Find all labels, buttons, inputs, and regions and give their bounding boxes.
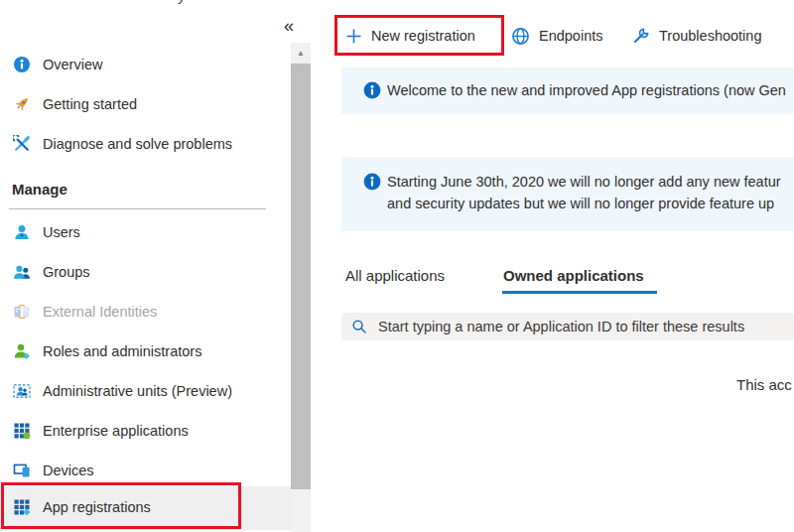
sidebar-item-users[interactable]: Users (0, 212, 291, 252)
sidebar-item-diagnose[interactable]: Diagnose and solve problems (0, 124, 291, 164)
search-icon (351, 319, 367, 334)
info-icon (363, 173, 381, 191)
welcome-banner-text: Welcome to the new and improved App regi… (387, 79, 794, 101)
enterprise-apps-icon (12, 421, 32, 441)
tab-owned-applications[interactable]: Owned applications (503, 267, 644, 284)
tools-icon (12, 134, 32, 154)
welcome-info-banner: Welcome to the new and improved App regi… (341, 67, 794, 114)
sidebar-scrollbar-thumb[interactable] (291, 64, 311, 489)
sidebar-item-label: Users (43, 224, 80, 240)
search-input[interactable] (376, 312, 794, 341)
info-icon (363, 81, 381, 99)
endpoints-label: Endpoints (539, 28, 603, 44)
deprecation-info-banner: Starting June 30th, 2020 we will no long… (341, 157, 794, 231)
devices-icon (12, 461, 32, 480)
sidebar-item-label: Diagnose and solve problems (43, 136, 232, 152)
info-icon (12, 55, 32, 74)
deprecation-banner-line1: Starting June 30th, 2020 we will no long… (387, 171, 794, 193)
group-icon (12, 262, 32, 282)
sidebar-item-label: App registrations (43, 499, 151, 515)
sidebar-item-label: Getting started (43, 96, 137, 112)
sidebar-collapse-button[interactable]: « (284, 17, 294, 35)
sidebar-item-label: Roles and administrators (43, 343, 201, 359)
deprecation-banner-line2: and security updates but we will no long… (387, 193, 794, 214)
sidebar-item-label: Administrative units (Preview) (43, 383, 232, 399)
new-registration-button[interactable]: New registration (345, 20, 475, 52)
sidebar-divider (9, 208, 266, 209)
sidebar-item-app-registrations[interactable]: App registrations (0, 487, 291, 527)
troubleshooting-label: Troubleshooting (659, 28, 761, 44)
sidebar-item-label: External Identities (43, 304, 157, 320)
admin-units-icon (12, 381, 32, 401)
sidebar-item-external-identities[interactable]: External Identities (0, 292, 291, 332)
sidebar-item-administrative-units[interactable]: Administrative units (Preview) (0, 371, 291, 411)
sidebar-item-devices[interactable]: Devices (0, 451, 291, 490)
page-title-fragment: y (178, 0, 196, 6)
sidebar-item-overview[interactable]: Overview (0, 45, 291, 84)
chevron-double-left-icon: « (284, 16, 294, 36)
sidebar-item-roles-and-administrators[interactable]: Roles and administrators (0, 332, 291, 371)
scrollbar-up-arrow[interactable]: ▲ (291, 43, 311, 63)
sidebar-item-label: Overview (43, 57, 102, 72)
rocket-icon (12, 94, 32, 114)
endpoints-button[interactable]: Endpoints (511, 20, 603, 52)
application-filter-searchbox[interactable] (341, 313, 794, 340)
sidebar-item-groups[interactable]: Groups (0, 252, 291, 292)
app-registrations-icon (12, 497, 32, 517)
new-registration-label: New registration (371, 28, 475, 44)
sidebar-item-label: Groups (43, 264, 90, 280)
empty-state-message: This acc (736, 376, 792, 393)
active-tab-underline (502, 291, 657, 294)
tab-all-applications[interactable]: All applications (345, 267, 445, 284)
sidebar-section-manage: Manage (12, 181, 67, 198)
user-icon (12, 222, 32, 242)
app-registrations-page: y « Overview Getting started Diagnose an… (0, 0, 794, 532)
roles-icon (12, 341, 32, 361)
sidebar-item-label: Enterprise applications (43, 423, 189, 439)
globe-icon (511, 27, 530, 46)
triangle-up-icon: ▲ (297, 49, 305, 58)
troubleshooting-button[interactable]: Troubleshooting (632, 20, 761, 52)
sidebar-item-enterprise-applications[interactable]: Enterprise applications (0, 411, 291, 451)
sidebar-item-getting-started[interactable]: Getting started (0, 84, 291, 124)
sidebar-item-label: Devices (43, 463, 94, 478)
wrench-icon (632, 27, 650, 45)
external-identities-icon (12, 302, 32, 322)
plus-icon (345, 28, 362, 45)
